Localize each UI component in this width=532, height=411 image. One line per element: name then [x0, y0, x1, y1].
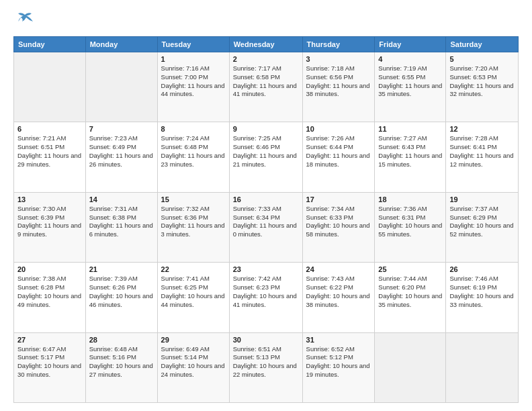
weekday-header: Wednesday [229, 37, 302, 52]
day-info: Sunrise: 7:31 AM Sunset: 6:38 PM Dayligh… [89, 205, 154, 239]
day-info: Sunrise: 6:47 AM Sunset: 5:17 PM Dayligh… [17, 345, 82, 379]
day-info: Sunrise: 7:38 AM Sunset: 6:28 PM Dayligh… [17, 275, 82, 309]
day-number: 6 [17, 125, 82, 133]
calendar-cell [85, 52, 157, 122]
calendar-cell: 16Sunrise: 7:33 AM Sunset: 6:34 PM Dayli… [229, 192, 302, 262]
day-number: 11 [378, 125, 442, 133]
day-number: 7 [89, 125, 154, 133]
weekday-header: Sunday [14, 37, 86, 52]
calendar-cell: 25Sunrise: 7:44 AM Sunset: 6:20 PM Dayli… [375, 263, 446, 332]
calendar-header-row: SundayMondayTuesdayWednesdayThursdayFrid… [14, 37, 519, 52]
calendar-cell: 8Sunrise: 7:24 AM Sunset: 6:48 PM Daylig… [157, 122, 229, 192]
day-number: 4 [378, 55, 442, 63]
header [13, 12, 519, 30]
calendar-cell: 23Sunrise: 7:42 AM Sunset: 6:23 PM Dayli… [229, 263, 302, 332]
calendar-table: SundayMondayTuesdayWednesdayThursdayFrid… [13, 36, 519, 403]
calendar-cell [14, 52, 86, 122]
weekday-header: Monday [85, 37, 157, 52]
day-info: Sunrise: 6:52 AM Sunset: 5:12 PM Dayligh… [306, 345, 371, 379]
day-info: Sunrise: 7:39 AM Sunset: 6:26 PM Dayligh… [89, 275, 154, 309]
day-number: 10 [306, 125, 371, 133]
day-info: Sunrise: 7:24 AM Sunset: 6:48 PM Dayligh… [161, 134, 226, 169]
day-number: 9 [233, 125, 299, 133]
day-number: 27 [17, 336, 82, 344]
day-number: 18 [378, 195, 442, 203]
day-number: 23 [233, 265, 299, 273]
day-number: 24 [306, 265, 371, 273]
day-number: 8 [161, 125, 226, 133]
day-number: 30 [233, 336, 299, 344]
calendar-cell: 29Sunrise: 6:49 AM Sunset: 5:14 PM Dayli… [157, 332, 229, 402]
calendar-week-row: 6Sunrise: 7:21 AM Sunset: 6:51 PM Daylig… [14, 122, 519, 192]
weekday-header: Friday [375, 37, 446, 52]
day-info: Sunrise: 7:43 AM Sunset: 6:22 PM Dayligh… [306, 275, 371, 309]
day-info: Sunrise: 7:46 AM Sunset: 6:19 PM Dayligh… [449, 275, 515, 309]
day-info: Sunrise: 7:23 AM Sunset: 6:49 PM Dayligh… [89, 134, 154, 169]
day-number: 19 [449, 195, 515, 203]
calendar-cell: 7Sunrise: 7:23 AM Sunset: 6:49 PM Daylig… [85, 122, 157, 192]
calendar-cell: 31Sunrise: 6:52 AM Sunset: 5:12 PM Dayli… [302, 332, 375, 402]
day-number: 17 [306, 195, 371, 203]
day-info: Sunrise: 7:44 AM Sunset: 6:20 PM Dayligh… [378, 275, 442, 309]
day-info: Sunrise: 7:37 AM Sunset: 6:29 PM Dayligh… [449, 205, 515, 239]
day-number: 25 [378, 265, 442, 273]
calendar-cell: 22Sunrise: 7:41 AM Sunset: 6:25 PM Dayli… [157, 263, 229, 332]
day-number: 5 [449, 55, 515, 63]
calendar-cell: 3Sunrise: 7:18 AM Sunset: 6:56 PM Daylig… [302, 52, 375, 122]
calendar-cell [446, 332, 519, 402]
calendar-cell: 26Sunrise: 7:46 AM Sunset: 6:19 PM Dayli… [446, 263, 519, 332]
day-number: 15 [161, 195, 226, 203]
day-info: Sunrise: 7:33 AM Sunset: 6:34 PM Dayligh… [233, 205, 299, 239]
day-info: Sunrise: 7:20 AM Sunset: 6:53 PM Dayligh… [449, 64, 515, 99]
calendar-cell: 28Sunrise: 6:48 AM Sunset: 5:16 PM Dayli… [85, 332, 157, 402]
calendar-week-row: 1Sunrise: 7:16 AM Sunset: 7:00 PM Daylig… [14, 52, 519, 122]
calendar-cell: 9Sunrise: 7:25 AM Sunset: 6:46 PM Daylig… [229, 122, 302, 192]
day-number: 29 [161, 336, 226, 344]
day-info: Sunrise: 7:34 AM Sunset: 6:33 PM Dayligh… [306, 205, 371, 239]
weekday-header: Saturday [446, 37, 519, 52]
day-number: 21 [89, 265, 154, 273]
calendar-cell [375, 332, 446, 402]
calendar-cell: 27Sunrise: 6:47 AM Sunset: 5:17 PM Dayli… [14, 332, 86, 402]
day-info: Sunrise: 7:30 AM Sunset: 6:39 PM Dayligh… [17, 205, 82, 239]
calendar-cell: 4Sunrise: 7:19 AM Sunset: 6:55 PM Daylig… [375, 52, 446, 122]
calendar-cell: 11Sunrise: 7:27 AM Sunset: 6:43 PM Dayli… [375, 122, 446, 192]
day-info: Sunrise: 7:21 AM Sunset: 6:51 PM Dayligh… [17, 134, 82, 169]
calendar-cell: 13Sunrise: 7:30 AM Sunset: 6:39 PM Dayli… [14, 192, 86, 262]
calendar-cell: 30Sunrise: 6:51 AM Sunset: 5:13 PM Dayli… [229, 332, 302, 402]
day-info: Sunrise: 7:27 AM Sunset: 6:43 PM Dayligh… [378, 134, 442, 169]
calendar-cell: 6Sunrise: 7:21 AM Sunset: 6:51 PM Daylig… [14, 122, 86, 192]
calendar-week-row: 13Sunrise: 7:30 AM Sunset: 6:39 PM Dayli… [14, 192, 519, 262]
calendar-cell: 21Sunrise: 7:39 AM Sunset: 6:26 PM Dayli… [85, 263, 157, 332]
calendar-cell: 15Sunrise: 7:32 AM Sunset: 6:36 PM Dayli… [157, 192, 229, 262]
day-number: 1 [161, 55, 226, 63]
day-number: 2 [233, 55, 299, 63]
day-number: 26 [449, 265, 515, 273]
day-number: 12 [449, 125, 515, 133]
day-number: 28 [89, 336, 154, 344]
calendar-cell: 24Sunrise: 7:43 AM Sunset: 6:22 PM Dayli… [302, 263, 375, 332]
day-info: Sunrise: 7:25 AM Sunset: 6:46 PM Dayligh… [233, 134, 299, 169]
calendar-cell: 18Sunrise: 7:36 AM Sunset: 6:31 PM Dayli… [375, 192, 446, 262]
calendar-cell: 12Sunrise: 7:28 AM Sunset: 6:41 PM Dayli… [446, 122, 519, 192]
day-number: 3 [306, 55, 371, 63]
day-info: Sunrise: 7:36 AM Sunset: 6:31 PM Dayligh… [378, 205, 442, 239]
calendar-cell: 17Sunrise: 7:34 AM Sunset: 6:33 PM Dayli… [302, 192, 375, 262]
day-info: Sunrise: 7:42 AM Sunset: 6:23 PM Dayligh… [233, 275, 299, 309]
day-info: Sunrise: 7:18 AM Sunset: 6:56 PM Dayligh… [306, 64, 371, 99]
calendar-cell: 2Sunrise: 7:17 AM Sunset: 6:58 PM Daylig… [229, 52, 302, 122]
calendar-cell: 14Sunrise: 7:31 AM Sunset: 6:38 PM Dayli… [85, 192, 157, 262]
logo-bird-icon [15, 12, 34, 30]
calendar-body: 1Sunrise: 7:16 AM Sunset: 7:00 PM Daylig… [14, 52, 519, 403]
calendar-week-row: 20Sunrise: 7:38 AM Sunset: 6:28 PM Dayli… [14, 263, 519, 332]
calendar-week-row: 27Sunrise: 6:47 AM Sunset: 5:17 PM Dayli… [14, 332, 519, 402]
day-info: Sunrise: 7:17 AM Sunset: 6:58 PM Dayligh… [233, 64, 299, 99]
day-number: 31 [306, 336, 371, 344]
calendar-cell: 19Sunrise: 7:37 AM Sunset: 6:29 PM Dayli… [446, 192, 519, 262]
day-info: Sunrise: 7:19 AM Sunset: 6:55 PM Dayligh… [378, 64, 442, 99]
day-info: Sunrise: 7:16 AM Sunset: 7:00 PM Dayligh… [161, 64, 226, 99]
day-info: Sunrise: 7:26 AM Sunset: 6:44 PM Dayligh… [306, 134, 371, 169]
day-number: 20 [17, 265, 82, 273]
day-number: 22 [161, 265, 226, 273]
day-info: Sunrise: 7:32 AM Sunset: 6:36 PM Dayligh… [161, 205, 226, 239]
